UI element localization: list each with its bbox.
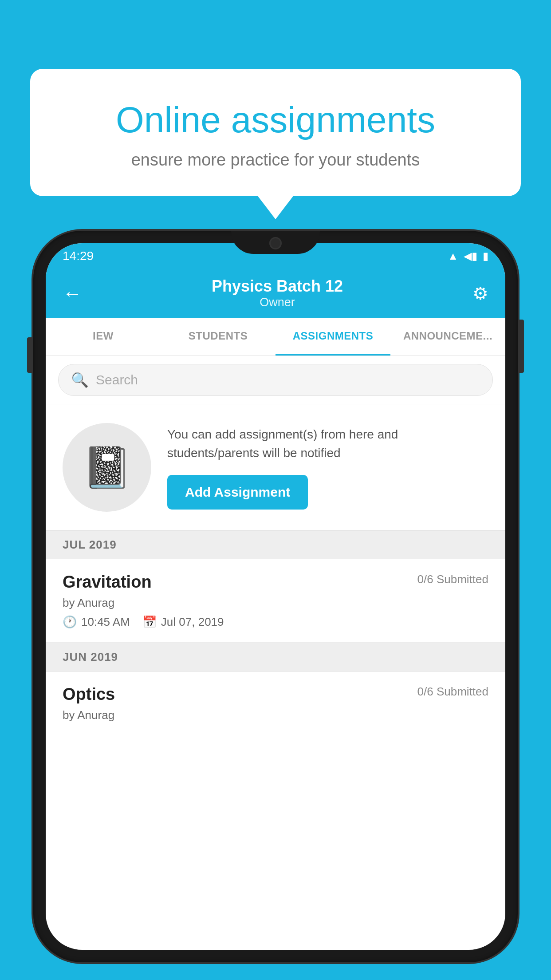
search-input[interactable]: 🔍 Search bbox=[58, 364, 493, 396]
power-button bbox=[520, 320, 524, 373]
assignment-meta: 🕐 10:45 AM 📅 Jul 07, 2019 bbox=[63, 615, 488, 629]
assignment-description: You can add assignment(s) from here and … bbox=[167, 425, 488, 462]
add-assignment-button[interactable]: Add Assignment bbox=[167, 475, 308, 510]
assignment-status-optics: 0/6 Submitted bbox=[417, 685, 488, 699]
section-header-jul: JUL 2019 bbox=[46, 530, 505, 559]
assignment-status: 0/6 Submitted bbox=[417, 573, 488, 586]
calendar-icon: 📅 bbox=[142, 615, 157, 629]
signal-icon: ◀▮ bbox=[464, 250, 477, 262]
assignment-item-gravitation[interactable]: Gravitation 0/6 Submitted by Anurag 🕐 10… bbox=[46, 559, 505, 643]
app-bar: ← Physics Batch 12 Owner ⚙ bbox=[46, 269, 505, 318]
assignment-icon-circle: 📓 bbox=[63, 423, 151, 512]
search-placeholder: Search bbox=[96, 372, 138, 387]
status-time: 14:29 bbox=[63, 249, 94, 263]
assignment-name-optics: Optics bbox=[63, 685, 115, 704]
meta-time-value: 10:45 AM bbox=[81, 615, 130, 629]
content-area: 🔍 Search 📓 You can add assignment(s) fro… bbox=[46, 356, 505, 741]
assignment-item-header-optics: Optics 0/6 Submitted bbox=[63, 685, 488, 704]
phone-notch bbox=[231, 231, 320, 254]
phone-camera bbox=[269, 237, 282, 249]
speech-bubble: Online assignments ensure more practice … bbox=[30, 69, 521, 196]
assignment-item-header: Gravitation 0/6 Submitted bbox=[63, 573, 488, 592]
app-bar-title-group: Physics Batch 12 Owner bbox=[212, 277, 343, 309]
section-header-jun: JUN 2019 bbox=[46, 643, 505, 672]
tab-students[interactable]: STUDENTS bbox=[161, 318, 276, 356]
tabs: IEW STUDENTS ASSIGNMENTS ANNOUNCEME... bbox=[46, 318, 505, 356]
status-icons: ▲ ◀▮ ▮ bbox=[448, 250, 488, 262]
clock-icon: 🕐 bbox=[63, 615, 77, 629]
settings-icon[interactable]: ⚙ bbox=[472, 283, 488, 304]
app-bar-title: Physics Batch 12 bbox=[212, 277, 343, 296]
meta-date: 📅 Jul 07, 2019 bbox=[142, 615, 224, 629]
notebook-icon: 📓 bbox=[82, 444, 132, 491]
assignment-name: Gravitation bbox=[63, 573, 152, 592]
phone-outer: 14:29 ▲ ◀▮ ▮ ← Physics Batch 12 Owner ⚙ … bbox=[33, 231, 518, 962]
meta-time: 🕐 10:45 AM bbox=[63, 615, 130, 629]
wifi-icon: ▲ bbox=[448, 250, 458, 262]
battery-icon: ▮ bbox=[483, 250, 488, 262]
tab-assignments[interactable]: ASSIGNMENTS bbox=[276, 318, 390, 356]
phone-screen: 14:29 ▲ ◀▮ ▮ ← Physics Batch 12 Owner ⚙ … bbox=[46, 243, 505, 950]
assignment-by-optics: by Anurag bbox=[63, 708, 488, 722]
tab-iew[interactable]: IEW bbox=[46, 318, 161, 356]
tab-announcements[interactable]: ANNOUNCEME... bbox=[390, 318, 505, 356]
speech-bubble-container: Online assignments ensure more practice … bbox=[30, 69, 521, 196]
phone: 14:29 ▲ ◀▮ ▮ ← Physics Batch 12 Owner ⚙ … bbox=[33, 231, 518, 962]
bubble-title: Online assignments bbox=[66, 99, 485, 141]
assignment-text-area: You can add assignment(s) from here and … bbox=[167, 425, 488, 510]
app-bar-subtitle: Owner bbox=[212, 296, 343, 309]
volume-button bbox=[27, 337, 31, 373]
bubble-subtitle: ensure more practice for your students bbox=[66, 150, 485, 170]
meta-date-value: Jul 07, 2019 bbox=[161, 615, 224, 629]
back-button[interactable]: ← bbox=[63, 282, 82, 304]
add-assignment-section: 📓 You can add assignment(s) from here an… bbox=[46, 404, 505, 530]
assignment-by: by Anurag bbox=[63, 596, 488, 610]
search-container: 🔍 Search bbox=[46, 356, 505, 404]
assignment-item-optics[interactable]: Optics 0/6 Submitted by Anurag bbox=[46, 672, 505, 741]
search-icon: 🔍 bbox=[71, 371, 89, 388]
